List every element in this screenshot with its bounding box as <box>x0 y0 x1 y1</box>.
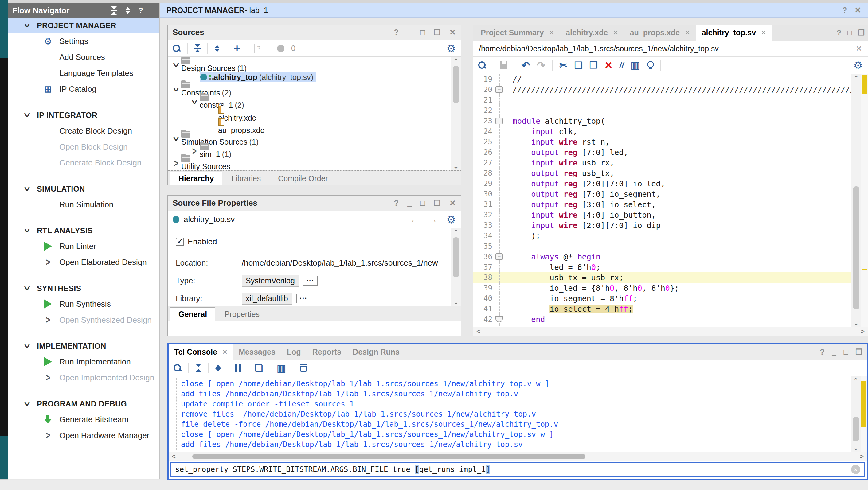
help-icon[interactable]: ? <box>842 5 847 15</box>
copy-icon[interactable]: ❏ <box>255 363 263 373</box>
expand-all-icon[interactable] <box>125 7 130 14</box>
sidebar-item-run-implementation[interactable]: Run Implementation <box>8 354 159 370</box>
fold-icon[interactable]: − <box>495 253 503 260</box>
scroll-right-icon[interactable]: > <box>861 328 865 335</box>
maximize-icon[interactable]: □ <box>847 29 852 37</box>
float-icon[interactable]: ❐ <box>856 348 863 356</box>
field-value[interactable]: SystemVerilog <box>242 275 299 287</box>
scroll-left-icon[interactable]: < <box>476 328 480 335</box>
sidebar-item-open-synthesized-design[interactable]: >Open Synthesized Design <box>8 312 159 328</box>
fold-end-icon[interactable] <box>495 327 503 327</box>
tree-item-alchitry-xdc[interactable]: alchitry.xdc <box>168 108 451 120</box>
toggle-comment-icon[interactable]: // <box>619 61 624 70</box>
sidebar-item-run-linter[interactable]: Run Linter <box>8 238 159 254</box>
sidebar-item-run-synthesis[interactable]: Run Synthesis <box>8 296 159 312</box>
chevron-right-icon[interactable]: > <box>174 157 178 169</box>
console-scrollbar[interactable]: ⌃ ⌄ <box>851 377 861 452</box>
editor-tab-au_props-xdc[interactable]: au_props.xdc✕ <box>624 25 696 40</box>
search-icon[interactable] <box>173 44 181 53</box>
float-icon[interactable]: ❐ <box>858 29 865 37</box>
tab-compile-order[interactable]: Compile Order <box>270 172 336 185</box>
close-icon[interactable]: ✕ <box>761 29 766 37</box>
editor-scrollbar[interactable]: ⌃ ⌄ <box>851 74 861 327</box>
sidebar-item-open-hardware-manager[interactable]: >Open Hardware Manager <box>8 427 159 443</box>
close-icon[interactable]: ✕ <box>613 29 618 37</box>
gear-icon[interactable]: ⚙ <box>854 59 863 71</box>
scroll-right-icon[interactable]: > <box>860 453 864 460</box>
close-icon[interactable]: ✕ <box>855 5 861 15</box>
forward-icon[interactable]: → <box>429 214 438 225</box>
console-tab-reports[interactable]: Reports <box>307 345 347 360</box>
browse-button[interactable]: ··· <box>303 276 318 286</box>
back-icon[interactable]: ← <box>410 214 420 225</box>
toggle-columns-icon[interactable]: ▥ <box>277 362 286 374</box>
sidebar-item-language-templates[interactable]: Language Templates <box>8 65 159 81</box>
close-icon[interactable]: ✕ <box>222 348 227 356</box>
minimize-icon[interactable]: _ <box>151 6 155 15</box>
tab-hierarchy[interactable]: Hierarchy <box>170 172 222 185</box>
console-hscrollbar[interactable]: < > <box>168 452 867 460</box>
sidebar-item-add-sources[interactable]: Add Sources <box>8 49 159 65</box>
copy-icon[interactable]: ❏ <box>575 60 583 71</box>
search-icon[interactable] <box>174 364 182 372</box>
collapse-all-icon[interactable] <box>111 6 117 15</box>
tcl-command-input[interactable]: set_property STEPS.WRITE_BITSTREAM.ARGS.… <box>170 462 865 477</box>
sidebar-section-program-and-debug[interactable]: >PROGRAM AND DEBUG <box>8 396 159 412</box>
fold-icon[interactable]: − <box>495 118 503 124</box>
editor-tab-project-summary[interactable]: Project Summary✕ <box>475 25 560 40</box>
paste-icon[interactable]: ❐ <box>589 60 598 71</box>
editor-hscrollbar[interactable]: < > <box>473 327 868 335</box>
doc-help-icon[interactable]: ? <box>254 43 263 54</box>
chevron-down-icon[interactable]: > <box>170 87 182 92</box>
properties-scrollbar[interactable]: ⌃ ⌄ <box>451 228 461 306</box>
minimize-icon[interactable]: _ <box>832 348 836 356</box>
editor-tab-alchitry_top-sv[interactable]: alchitry_top.sv✕ <box>696 25 772 40</box>
search-icon[interactable] <box>478 61 486 69</box>
collapse-all-icon[interactable] <box>195 364 202 372</box>
float-icon[interactable]: ❐ <box>434 28 440 36</box>
redo-icon[interactable]: ↷ <box>537 59 546 71</box>
minimize-icon[interactable]: _ <box>407 28 411 36</box>
tree-item-constrs_1[interactable]: >constrs_1(2) <box>168 96 451 108</box>
delete-icon[interactable]: ✕ <box>604 60 613 71</box>
minimize-icon[interactable]: _ <box>407 199 411 207</box>
sidebar-item-open-block-design[interactable]: Open Block Design <box>8 139 159 155</box>
expand-all-icon[interactable] <box>214 45 220 52</box>
undo-icon[interactable]: ↶ <box>521 59 530 71</box>
add-sources-icon[interactable]: + <box>234 42 240 55</box>
close-icon[interactable]: ✕ <box>549 29 554 37</box>
float-icon[interactable]: ❐ <box>434 199 440 207</box>
sidebar-item-generate-bitstream[interactable]: Generate Bitstream <box>8 412 159 427</box>
console-tab-design-runs[interactable]: Design Runs <box>347 345 405 360</box>
collapse-all-icon[interactable] <box>194 44 200 53</box>
sidebar-section-ip-integrator[interactable]: >IP INTEGRATOR <box>8 107 159 123</box>
sidebar-item-run-simulation[interactable]: Run Simulation <box>8 196 159 213</box>
sidebar-item-open-elaborated-design[interactable]: >Open Elaborated Design <box>8 254 159 270</box>
clear-console-icon[interactable] <box>300 364 307 372</box>
tab-properties[interactable]: Properties <box>217 307 268 321</box>
console-output[interactable]: close [ open /home/debian/Desktop/lab_1/… <box>168 377 867 452</box>
enabled-checkbox[interactable]: ✓ <box>176 238 184 246</box>
help-icon[interactable]: ? <box>138 6 143 15</box>
clear-input-icon[interactable]: ✕ <box>851 465 860 474</box>
sidebar-item-generate-block-design[interactable]: Generate Block Design <box>8 155 159 171</box>
sidebar-section-implementation[interactable]: >IMPLEMENTATION <box>8 338 159 354</box>
fold-icon[interactable]: − <box>495 86 503 93</box>
chevron-right-icon[interactable]: > <box>192 145 196 157</box>
pause-icon[interactable] <box>235 364 241 372</box>
console-tab-tcl-console[interactable]: Tcl Console✕ <box>168 345 233 360</box>
close-icon[interactable]: ✕ <box>685 29 690 37</box>
tab-libraries[interactable]: Libraries <box>223 172 269 185</box>
sources-scrollbar[interactable]: ⌃ ⌄ <box>451 57 461 170</box>
tree-item-utility-sources[interactable]: >Utility Sources <box>168 157 451 169</box>
close-icon[interactable]: ✕ <box>450 28 456 36</box>
chevron-down-icon[interactable]: > <box>170 136 182 141</box>
sidebar-section-project-manager[interactable]: >PROJECT MANAGER <box>8 18 159 33</box>
close-icon[interactable]: ✕ <box>856 44 862 53</box>
sidebar-section-synthesis[interactable]: >SYNTHESIS <box>8 281 159 296</box>
editor-tab-alchitry-xdc[interactable]: alchitry.xdc✕ <box>560 25 624 40</box>
close-icon[interactable]: ✕ <box>450 199 456 207</box>
message-filter-icon[interactable] <box>277 45 284 52</box>
help-icon[interactable]: ? <box>394 28 399 36</box>
browse-button[interactable]: ··· <box>297 294 311 303</box>
